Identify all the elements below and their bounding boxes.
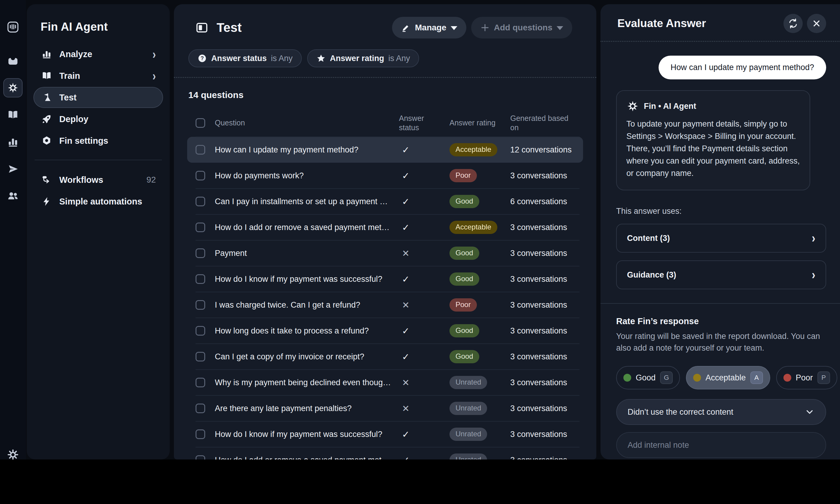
answer-rating-badge: Good [450, 195, 479, 208]
table-row[interactable]: Are there any late payment penalties? ✕ … [187, 395, 583, 421]
agent-name: Fin • AI Agent [644, 102, 696, 111]
select-all-checkbox[interactable] [196, 118, 205, 128]
row-checkbox[interactable] [196, 222, 205, 232]
table-row[interactable]: How do I add or remove a saved payment m… [187, 214, 583, 240]
rate-title: Rate Fin’s response [616, 316, 826, 326]
inbox-icon[interactable] [3, 51, 22, 70]
source-guidance-accordion[interactable]: Guidance (3) › [616, 260, 826, 289]
table-row[interactable]: How do I know if my payment was successf… [187, 421, 583, 447]
table-row[interactable]: Can I pay in installments or set up a pa… [187, 188, 583, 214]
rate-label: Poor [796, 373, 813, 382]
add-questions-button[interactable]: Add questions [471, 17, 572, 38]
sidebar-item-train[interactable]: Train › [33, 65, 163, 86]
row-checkbox[interactable] [196, 403, 205, 413]
generated-based-on-cell: 3 conversations [510, 223, 579, 232]
row-checkbox[interactable] [196, 378, 205, 387]
question-cell: Can I pay in installments or set up a pa… [215, 197, 399, 206]
generated-based-on-cell: 3 conversations [510, 378, 579, 387]
answer-rating-badge: Acceptable [450, 143, 497, 156]
row-checkbox[interactable] [196, 145, 205, 155]
table-row[interactable]: Why is my payment being declined even th… [187, 370, 583, 395]
generated-based-on-cell: 3 conversations [510, 249, 579, 258]
outbound-send-icon[interactable] [3, 159, 22, 179]
intercom-logo-icon[interactable] [3, 17, 22, 37]
settings-gear-icon[interactable] [3, 445, 22, 460]
filter-answer-status[interactable]: ? Answer status is Any [188, 49, 302, 67]
filter-value: is Any [388, 54, 410, 63]
sidebar-item-label: Deploy [59, 114, 156, 124]
acceptable-dot-icon [693, 374, 701, 382]
question-cell: Can I get a copy of my invoice or receip… [215, 352, 399, 361]
sidebar-item-test[interactable]: Test [33, 87, 163, 108]
table-header-row: Question Answer status Answer rating Gen… [187, 109, 583, 137]
column-header-generated-based-on: Generated based on [510, 114, 579, 132]
filter-field-label: Answer status [211, 54, 267, 63]
answer-rating-badge: Good [450, 350, 479, 363]
question-cell: How long does it take to process a refun… [215, 326, 399, 336]
row-checkbox[interactable] [196, 274, 205, 284]
row-checkbox[interactable] [196, 352, 205, 361]
answer-status-icon: ✓ [399, 352, 450, 362]
source-content-accordion[interactable]: Content (3) › [616, 224, 826, 253]
table-row[interactable]: How long does it take to process a refun… [187, 318, 583, 344]
fin-ai-icon[interactable] [3, 78, 22, 97]
row-checkbox[interactable] [196, 455, 205, 460]
sidebar-item-fin-settings[interactable]: Fin settings [33, 130, 163, 151]
nut-icon [41, 135, 53, 147]
knowledge-book-icon[interactable] [3, 105, 22, 125]
contacts-people-icon[interactable] [3, 186, 22, 206]
rate-acceptable-button[interactable]: Acceptable A [686, 366, 770, 390]
sidebar-item-label: Workflows [59, 175, 146, 185]
table-row[interactable]: Can I get a copy of my invoice or receip… [187, 344, 583, 370]
answer-rating-badge: Good [450, 247, 479, 260]
table-row[interactable]: I was charged twice. Can I get a refund?… [187, 292, 583, 318]
rate-good-button[interactable]: Good G [616, 366, 680, 390]
internal-note-input[interactable]: Add internal note [616, 432, 826, 458]
sidebar-item-simple-automations[interactable]: Simple automations [33, 191, 163, 212]
generated-based-on-cell: 3 conversations [510, 171, 579, 180]
generated-based-on-cell: 3 conversations [510, 352, 579, 361]
row-checkbox[interactable] [196, 197, 205, 206]
rate-poor-button[interactable]: Poor P [776, 366, 837, 390]
sidebar-item-deploy[interactable]: Deploy [33, 109, 163, 130]
bottom-black-bar [0, 460, 840, 504]
table-row[interactable]: How do I know if my payment was successf… [187, 266, 583, 292]
table-row[interactable]: How can I update my payment method? ✓ Ac… [187, 137, 583, 163]
answer-status-icon: ✓ [399, 170, 450, 181]
manage-button-label: Manage [415, 23, 446, 33]
question-count: 14 questions [188, 90, 596, 100]
row-checkbox[interactable] [196, 300, 205, 310]
sidebar-item-analyze[interactable]: Analyze › [33, 43, 163, 65]
collapse-panel-icon[interactable] [196, 21, 208, 34]
answer-status-icon: ✓ [399, 455, 450, 460]
app-rail [0, 0, 26, 460]
question-cell: Payment [215, 249, 399, 258]
sidebar-item-label: Analyze [59, 49, 153, 59]
rating-reason-dropdown[interactable]: Didn’t use the correct content [616, 399, 826, 425]
table-row[interactable]: How do payments work? ✓ Poor 3 conversat… [187, 163, 583, 188]
good-dot-icon [624, 374, 631, 382]
answer-status-icon: ✕ [399, 403, 450, 414]
agent-answer-card: Fin • AI Agent To update your payment de… [616, 90, 810, 190]
source-label: Guidance (3) [627, 270, 812, 280]
refresh-button[interactable] [784, 14, 803, 33]
row-checkbox[interactable] [196, 326, 205, 336]
row-checkbox[interactable] [196, 429, 205, 439]
column-header-question: Question [215, 118, 399, 127]
row-checkbox[interactable] [196, 248, 205, 258]
table-row[interactable]: Payment ✕ Good 3 conversations [187, 240, 583, 266]
sidebar-item-workflows[interactable]: Workflows 92 [33, 169, 163, 190]
evaluate-body: How can I update my payment method? Fin … [600, 42, 840, 460]
filter-answer-rating[interactable]: Answer rating is Any [307, 49, 419, 67]
generated-based-on-cell: 12 conversations [510, 145, 579, 155]
table-row[interactable]: How do I add or remove a saved payment m… [187, 447, 583, 460]
manage-button[interactable]: Manage [392, 17, 466, 38]
close-button[interactable] [807, 14, 826, 33]
workflows-count-badge: 92 [146, 175, 156, 185]
row-checkbox[interactable] [196, 171, 205, 180]
flag-icon [41, 91, 53, 104]
pencil-icon [401, 23, 411, 33]
answer-status-icon: ✓ [399, 429, 450, 440]
reports-chart-icon[interactable] [3, 132, 22, 151]
shortcut-key-badge: A [750, 372, 763, 384]
